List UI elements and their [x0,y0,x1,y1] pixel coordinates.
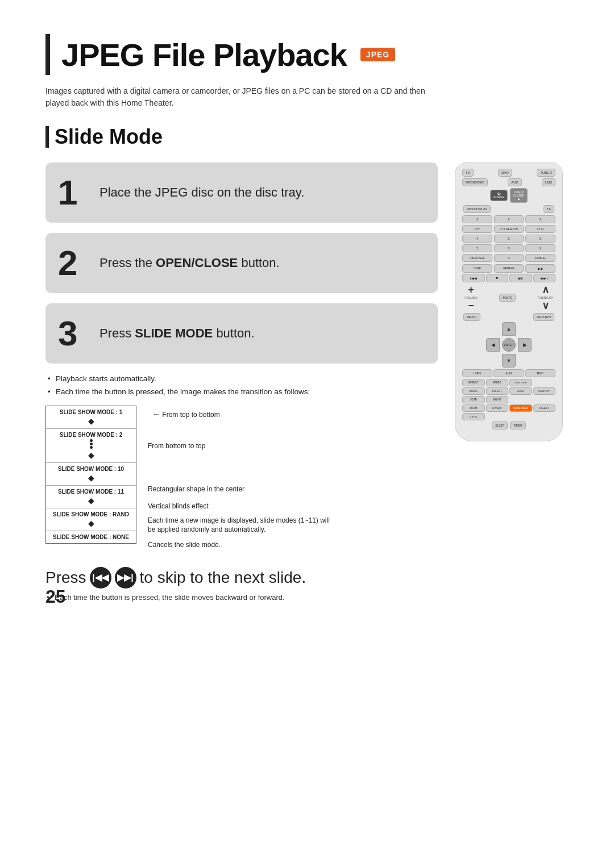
remote-btn-pty-search[interactable]: PTY SEARCH [494,225,524,233]
slide-mode-none-label: SLIDE SHOW MODE : NONE [51,534,131,540]
remote-btn-slide-mode[interactable]: SLIDE MODE [509,404,532,412]
remote-btn-zoom[interactable]: ZOOM [462,404,485,412]
remote-btn-open-close[interactable]: OPEN/CLOSE▲ [510,188,528,203]
slide-mode-2-diamond: ◆ [88,450,94,460]
remote-btn-2[interactable]: 2 [494,215,524,223]
remote-btn-up[interactable]: ▲ [502,322,516,336]
volume-label: VOLUME [464,296,478,299]
press-sub-bullet: Each time the button is pressed, the sli… [45,593,438,602]
slide-mode-10-diamond: ◆ [88,473,94,482]
desc-1-text: From top to bottom [162,411,219,419]
subtitle: Images captured with a digital camera or… [45,85,432,109]
remote-btn-dvd[interactable]: DVD [498,169,512,177]
remote-btn-movit[interactable]: MOVIT [486,396,509,403]
remote-btn-8[interactable]: 8 [494,244,524,252]
remote-btn-down[interactable]: ▼ [502,354,516,368]
remote-btn-vol-up[interactable]: + [468,285,474,295]
slide-mode-2: SLIDE SHOW MODE : 2 ◆ [46,429,136,463]
title-row: JPEG File Playback JPEG [45,34,569,75]
dot-3 [90,446,93,449]
remote-btn-pty[interactable]: PTY [462,225,492,233]
remote-btn-tv[interactable]: TV [462,169,474,177]
jpeg-badge: JPEG [360,48,395,61]
desc-5-text: Each time a new image is displayed, slid… [148,516,330,533]
remote-btn-repeat[interactable]: REPEAT [494,264,524,273]
remote-btn-sleep[interactable]: SLEEP [492,422,508,429]
desc-3: Rectangular shape in the center [148,454,330,498]
remote-btn-1[interactable]: 1 [462,215,492,223]
remote-btn-next[interactable]: ▶▶| [533,274,556,282]
remote-btn-5[interactable]: 5 [494,235,524,243]
step-3-number: 3 [58,316,89,351]
remote-body: TV DVD TUNER RADIO/REC AUX USB ⏻POWER OP… [455,162,563,441]
remote-btn-stop[interactable]: ■ [486,274,509,282]
step-1-box: 1 Place the JPEG disc on the disc tray. [45,162,438,223]
remote-btn-3[interactable]: 3 [525,215,555,223]
desc-2: From bottom to top [148,423,330,454]
remote-btn-aux2[interactable]: AUX [493,369,524,377]
slide-mode-table: SLIDE SHOW MODE : 1 ◆ SLIDE SHOW MODE : … [45,406,438,553]
dot-2 [90,443,93,445]
remote-btn-digest[interactable]: DIGEST [533,404,556,412]
remote-btn-4[interactable]: 4 [462,235,492,243]
remote-btn-aux[interactable]: AUX [508,178,521,186]
remote-btn-6[interactable]: 6 [525,235,555,243]
remote-btn-logo[interactable]: LOGO [509,387,532,395]
skip-prev-button[interactable]: |◀◀ [90,567,111,589]
remote-btn-radio[interactable]: RADIO/REC [462,178,488,186]
remote-btn-ch-up[interactable]: ∧ [542,285,549,295]
remote-btn-mute[interactable]: MUTE [499,294,516,302]
remote-btn-ta[interactable]: TA [544,205,554,213]
desc-4: Vertical blinds effect [148,498,330,515]
remote-btn-step[interactable]: STEP [462,264,492,273]
remote-btn-ff[interactable]: ▶▶ [525,264,555,273]
remote-btn-right[interactable]: ▶ [518,338,532,352]
remote-btn-cancel[interactable]: CANCEL [525,254,555,262]
slide-mode-rand-diamond: ◆ [88,519,94,528]
remote-btn-usb[interactable]: USB [542,178,555,186]
remote-btn-timer[interactable]: TIMER [510,422,526,429]
remote-btn-tuner[interactable]: TUNER [537,169,555,177]
remote-btn-enter[interactable]: ENTER [502,338,516,352]
desc-6: Cancels the slide mode. [148,537,330,553]
remote-btn-rds[interactable]: RDS/DISPLAY [463,205,491,213]
remote-btn-ch-down[interactable]: ∨ [542,301,549,311]
remote-btn-video-sel[interactable]: VIDEO SEL [462,254,492,262]
remote-nstrl-row: N.STRL [462,413,555,420]
remote-btn-speed[interactable]: SPEED [486,379,509,386]
slide-mode-none: SLIDE SHOW MODE : NONE [46,531,136,543]
remote-btn-return[interactable]: RETURN [533,313,554,321]
skip-next-button[interactable]: ▶▶| [115,567,136,589]
remote-btn-play-pause[interactable]: ▶|| [509,274,532,282]
remote-btn-pty-plus[interactable]: PTY+ [525,225,555,233]
remote-btn-power[interactable]: ⏻POWER [490,190,508,201]
remote-scan-row: SCAN MOVIT [462,396,555,403]
remote-btn-info[interactable]: INFO [462,369,492,377]
slide-mode-10: SLIDE SHOW MODE : 10 ◆ [46,463,136,486]
remote-btn-9[interactable]: 9 [525,244,555,252]
remote-btn-rand-eff[interactable]: RAND EFF [533,387,556,395]
slide-mode-1-label: SLIDE SHOW MODE : 1 [51,409,131,415]
remote-btn-effect[interactable]: EFFECT [462,379,485,386]
slide-mode-rand: SLIDE SHOW MODE : RAND ◆ [46,508,136,531]
remote-btn-nstrl[interactable]: N.STRL [462,413,485,420]
bullet-section: Playback starts automatically. Each time… [45,374,438,398]
press-row: Press |◀◀ ▶▶| to skip to the next slide. [45,567,438,589]
remote-effect-row: EFFECT SPEED TEST TONE [462,379,555,386]
remote-btn-prev[interactable]: |◀◀ [462,274,485,282]
remote-btn-effect2[interactable]: EFFECT [486,387,509,395]
remote-btn-scan[interactable]: SCAN [462,396,485,403]
remote-btn-music[interactable]: MUSIC [462,387,485,395]
main-layout: 1 Place the JPEG disc on the disc tray. … [45,162,569,602]
remote-btn-0[interactable]: 0 [494,254,524,262]
remote-btn-rec[interactable]: REC [525,369,555,377]
remote-source-row1: TV DVD TUNER [460,169,558,177]
remote-btn-dview[interactable]: D.VIEW [486,404,509,412]
remote-btn-left[interactable]: ◀ [486,338,500,352]
remote-btn-7[interactable]: 7 [462,244,492,252]
remote-btn-vol-down[interactable]: − [468,301,474,311]
remote-power-row: ⏻POWER OPEN/CLOSE▲ [460,188,558,203]
remote-btn-test-tone[interactable]: TEST TONE [509,379,532,386]
remote-btn-menu[interactable]: MENU [463,313,480,321]
remote-numpad: 1 2 3 PTY PTY SEARCH PTY+ 4 5 6 7 8 9 VI… [462,215,555,262]
